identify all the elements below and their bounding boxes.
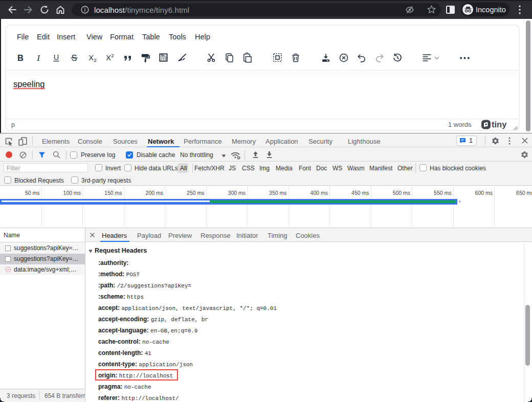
svg-text:I: I — [36, 53, 40, 63]
svg-text:2: 2 — [111, 53, 114, 58]
svg-text:B: B — [17, 53, 24, 62]
svg-text:X: X — [106, 54, 111, 62]
svg-text:U: U — [54, 53, 59, 61]
svg-text:tiny: tiny — [492, 120, 507, 129]
svg-text:X: X — [88, 54, 94, 62]
svg-text:2: 2 — [94, 57, 96, 63]
